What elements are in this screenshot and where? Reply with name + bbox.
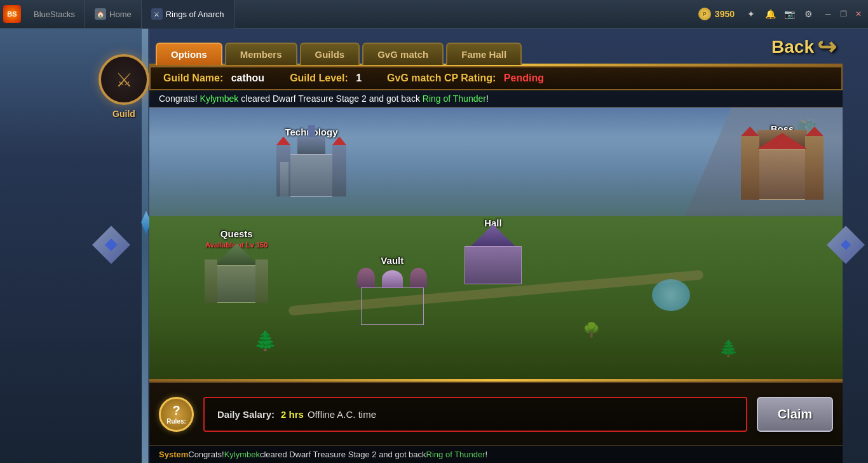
restore-btn[interactable]: ❐ (837, 8, 850, 20)
salary-box: Daily Salary: 2 hrs Offline A.C. time (203, 397, 747, 432)
camera-icon[interactable]: 📷 (782, 7, 796, 21)
announcement-bar: Congrats! Kylymbek cleared Dwarf Treasur… (149, 90, 843, 107)
bluestacks-label: BlueStacks (34, 10, 75, 19)
game-area: Guild Options Members Guilds GvG match F… (0, 29, 868, 463)
tab-home[interactable]: 🏠 Home (85, 0, 142, 29)
guild-level-item: Guild Level: 1 (290, 73, 362, 84)
tree-decoration-3: 🌳 (583, 322, 600, 338)
chat-player: Kylymbek (224, 450, 260, 459)
right-nav-arrow[interactable] (827, 226, 865, 264)
guild-gvg-value: Pending (504, 73, 544, 83)
fountain-decoration (652, 279, 690, 311)
emblem-label: Guild (112, 109, 135, 119)
vault-building-img (357, 268, 427, 325)
claim-button[interactable]: Claim (757, 397, 833, 432)
guild-name-value: cathou (231, 73, 264, 83)
game-tab-label: Rings of Anarch (166, 10, 224, 19)
salary-desc: Offline A.C. time (308, 409, 376, 420)
titlebar: BS BlueStacks 🏠 Home ⚔ Rings of Anarch P… (0, 0, 868, 29)
guild-name-item: Guild Name: cathou (163, 73, 264, 84)
quests-label: Quests (220, 228, 253, 239)
tree-decoration-2: 🌲 (719, 339, 738, 357)
quests-building-img (205, 249, 268, 303)
building-vault[interactable]: Vault (357, 255, 427, 325)
home-tab-label: Home (109, 10, 132, 19)
tab-gvg[interactable]: GvG match (362, 43, 444, 65)
rules-button[interactable]: ? Rules: (159, 397, 194, 432)
tab-game[interactable]: ⚔ Rings of Anarch (142, 0, 234, 29)
question-icon: ? (172, 403, 180, 418)
building-technology[interactable]: Technology (276, 127, 346, 197)
tab-fame[interactable]: Fame Hall (446, 43, 522, 65)
hall-building-img (461, 230, 525, 284)
guild-gvg-item: GvG match CP Rating: Pending (387, 73, 544, 84)
action-icons: ✦ 🔔 📷 ⚙ (744, 7, 815, 21)
salary-hours: 2 hrs (281, 409, 304, 420)
guild-info-bar: Guild Name: cathou Guild Level: 1 GvG ma… (149, 66, 843, 90)
chat-middle: cleared Dwarf Treasure Stage 2 and got b… (260, 450, 426, 459)
tab-guilds[interactable]: Guilds (300, 43, 360, 65)
announce-prefix: Congrats! (159, 93, 200, 104)
tab-bluestacks[interactable]: BlueStacks (24, 0, 85, 29)
coin-icon: P (698, 8, 711, 20)
left-nav-arrow[interactable] (92, 226, 130, 264)
announce-middle: cleared Dwarf Treasure Stage 2 and got b… (238, 93, 423, 104)
guild-emblem: Guild (95, 54, 153, 124)
bottom-bar: ? Rules: Daily Salary: 2 hrs Offline A.C… (149, 382, 843, 445)
chat-item: Ring of Thunder (426, 450, 485, 459)
boss-building-img (741, 136, 824, 200)
right-diamond-btn[interactable] (827, 226, 865, 264)
emblem-circle (98, 54, 149, 105)
guild-level-label: Guild Level: (290, 73, 348, 83)
left-diamond-btn[interactable] (92, 226, 130, 264)
technology-building-img (276, 139, 346, 197)
coin-balance: P 3950 (698, 8, 735, 20)
building-quests[interactable]: Quests Available at Lv 150 (205, 228, 268, 303)
minimize-btn[interactable]: ─ (822, 8, 834, 20)
chat-bar: System Congrats! Kylymbek cleared Dwarf … (149, 445, 843, 463)
close-btn[interactable]: ✕ (852, 8, 865, 20)
back-label: Back (771, 37, 814, 57)
chat-system-label: System (159, 450, 188, 459)
rules-label: Rules: (166, 418, 186, 425)
window-controls: ─ ❐ ✕ (822, 8, 865, 20)
tree-decoration-1: 🌲 (254, 329, 277, 352)
top-nav: Options Members Guilds GvG match Fame Ha… (149, 29, 843, 64)
map-area: 🐉 Technology (149, 107, 843, 379)
guild-gvg-label: GvG match CP Rating: (387, 73, 496, 83)
cursor-icon[interactable]: ✦ (744, 7, 758, 21)
building-boss[interactable]: Boss (741, 123, 824, 200)
guild-name-label: Guild Name: (163, 73, 223, 83)
app-logo: BS (0, 5, 24, 23)
back-button[interactable]: Back ↪ (771, 34, 836, 60)
bell-icon[interactable]: 🔔 (763, 7, 777, 21)
tab-options[interactable]: Options (156, 43, 222, 65)
tab-members[interactable]: Members (225, 43, 297, 65)
settings-icon[interactable]: ⚙ (801, 7, 815, 21)
chat-congrats: Congrats! (188, 450, 224, 459)
announce-player: Kylymbek (200, 93, 239, 104)
guild-level-value: 1 (356, 73, 362, 83)
back-arrow-icon: ↪ (817, 34, 836, 60)
building-hall[interactable]: Hall (461, 218, 525, 284)
chat-suffix: ! (485, 450, 488, 459)
announce-item: Ring of Thunder (423, 93, 486, 104)
main-content: Options Members Guilds GvG match Fame Ha… (149, 29, 843, 463)
salary-label: Daily Salary: (217, 409, 275, 420)
announce-suffix: ! (486, 93, 489, 104)
